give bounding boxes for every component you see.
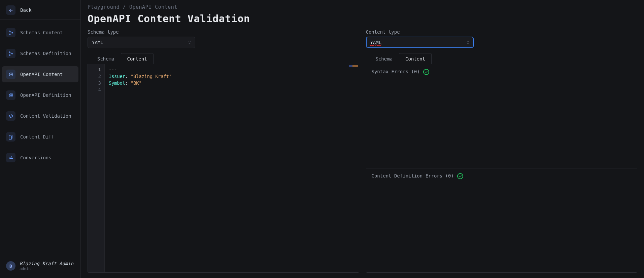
divider: [0, 19, 80, 20]
minimap: [349, 65, 358, 67]
main: Playground / OpenAPI Content OpenAPI Con…: [81, 0, 644, 278]
left-pane: Schema type YAML Schema Content 1 2: [88, 29, 359, 273]
syntax-errors-count: (0): [408, 69, 420, 74]
user-menu[interactable]: B Blazing Kraft Admin admin: [2, 257, 78, 275]
svg-rect-11: [9, 136, 11, 139]
content-type-select[interactable]: YAML: [366, 37, 474, 48]
target-icon: [6, 90, 15, 100]
sidebar-item-conversions[interactable]: Conversions: [2, 150, 78, 166]
schema-type-label: Schema type: [88, 29, 359, 35]
target-icon: [6, 70, 15, 79]
diff-icon: [6, 132, 15, 142]
chevron-updown-icon: [188, 40, 192, 45]
content-def-errors-title: Content Definition Errors: [372, 173, 443, 178]
sidebar-item-label: Schemas Definition: [20, 51, 71, 56]
breadcrumb-part[interactable]: OpenAPI Content: [129, 4, 177, 10]
errors-panel: Syntax Errors (0) Content Definition Err…: [366, 64, 638, 273]
sidebar-item-openapi-content[interactable]: OpenAPI Content: [2, 66, 78, 82]
back-label: Back: [20, 7, 32, 13]
svg-point-3: [9, 51, 10, 52]
svg-point-7: [10, 74, 11, 75]
code-icon: [6, 111, 15, 121]
tab-schema[interactable]: Schema: [91, 53, 121, 64]
tree-icon: [6, 49, 15, 58]
sidebar-item-label: Content Validation: [20, 113, 71, 119]
syntax-errors-panel: Syntax Errors (0): [366, 64, 637, 168]
syntax-errors-title: Syntax Errors: [372, 69, 409, 74]
content-type-label: Content type: [366, 29, 638, 35]
sidebar-item-label: Schemas Content: [20, 30, 63, 35]
sidebar-item-label: Content Diff: [20, 134, 54, 140]
content-def-errors-count: (0): [442, 173, 454, 178]
breadcrumb-part[interactable]: Playground: [88, 4, 120, 10]
svg-point-4: [9, 54, 10, 55]
sidebar-item-label: OpenAPI Content: [20, 72, 63, 77]
select-value: YAML: [370, 40, 382, 45]
user-role: admin: [20, 267, 73, 271]
swap-icon: [6, 153, 15, 162]
sidebar-item-label: Conversions: [20, 155, 52, 160]
user-name: Blazing Kraft Admin: [20, 261, 73, 267]
sidebar-item-content-validation[interactable]: Content Validation: [2, 108, 78, 124]
right-pane: Content type YAML Schema Content Syntax …: [366, 29, 638, 273]
back-button[interactable]: Back: [2, 2, 78, 18]
schema-type-select[interactable]: YAML: [88, 37, 195, 48]
split-panes: Schema type YAML Schema Content 1 2: [88, 29, 637, 273]
tab-content[interactable]: Content: [121, 53, 154, 64]
editor[interactable]: 1 2 3 4 --- Issuer: "Blazing Kraft" Symb…: [88, 64, 359, 273]
chevron-updown-icon: [466, 40, 470, 45]
sidebar-item-schemas-definition[interactable]: Schemas Definition: [2, 45, 78, 62]
tree-icon: [6, 28, 15, 37]
back-icon: [6, 5, 15, 15]
svg-point-1: [9, 34, 10, 35]
check-ok-icon: [457, 173, 463, 179]
svg-point-2: [12, 32, 13, 33]
breadcrumb: Playground / OpenAPI Content: [88, 3, 637, 11]
content-def-errors-panel: Content Definition Errors (0): [366, 168, 637, 272]
sidebar-item-content-diff[interactable]: Content Diff: [2, 129, 78, 145]
sidebar-item-openapi-definition[interactable]: OpenAPI Definition: [2, 87, 78, 103]
svg-point-9: [10, 94, 11, 96]
svg-point-0: [9, 31, 10, 32]
app-root: Back Schemas Content Schemas Definition: [0, 0, 644, 278]
page-title: OpenAPI Content Validation: [88, 13, 637, 25]
left-tabs: Schema Content: [88, 53, 359, 64]
sidebar-item-schemas-content[interactable]: Schemas Content: [2, 25, 78, 41]
code-area[interactable]: --- Issuer: "Blazing Kraft" Symbol: "BK": [105, 64, 359, 272]
line-gutter: 1 2 3 4: [88, 64, 105, 272]
tab-schema[interactable]: Schema: [369, 53, 399, 64]
svg-point-5: [12, 53, 13, 54]
user-meta: Blazing Kraft Admin admin: [20, 261, 73, 271]
sidebar: Back Schemas Content Schemas Definition: [0, 0, 81, 278]
sidebar-item-label: OpenAPI Definition: [20, 92, 71, 98]
select-value: YAML: [92, 40, 103, 45]
tab-content[interactable]: Content: [399, 53, 432, 64]
sidebar-nav: Schemas Content Schemas Definition OpenA…: [2, 23, 78, 168]
avatar: B: [6, 261, 15, 271]
check-ok-icon: [423, 69, 429, 75]
right-tabs: Schema Content: [366, 53, 638, 64]
